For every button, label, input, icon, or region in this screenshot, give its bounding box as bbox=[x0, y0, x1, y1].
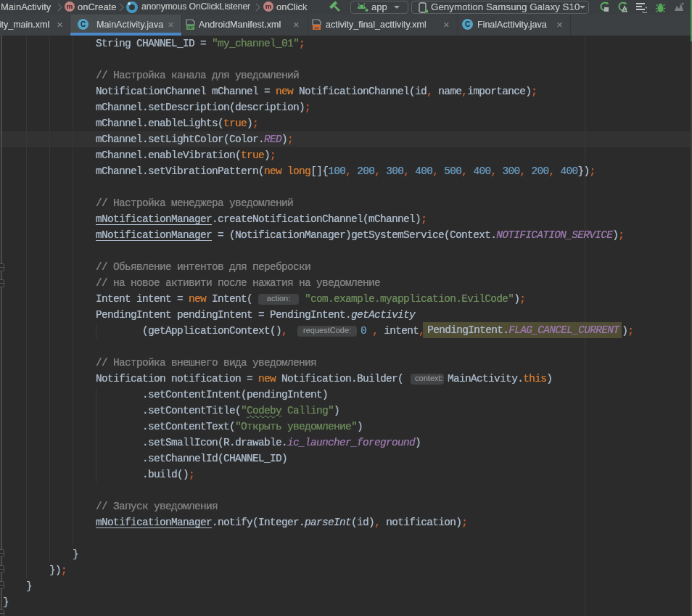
svg-text:MF: MF bbox=[187, 25, 194, 30]
svg-text:ax: ax bbox=[314, 25, 319, 30]
